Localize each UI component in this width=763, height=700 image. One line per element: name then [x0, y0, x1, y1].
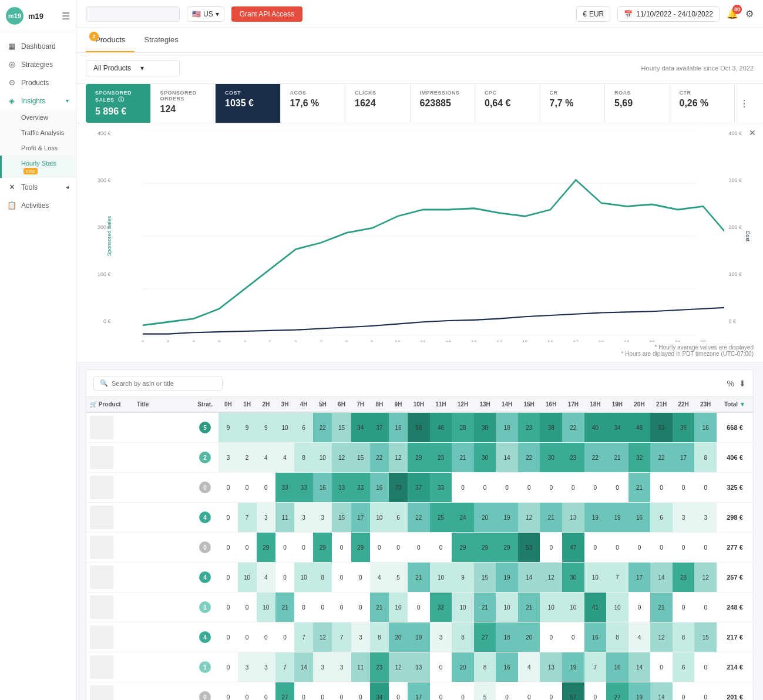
- hour-23-cell: 8: [694, 443, 717, 473]
- hour-2-cell: 4: [257, 563, 275, 593]
- hour-4-cell: 7: [294, 622, 313, 652]
- hour-13-cell: 29: [474, 533, 496, 563]
- hour-19-cell: 34: [606, 412, 628, 443]
- hour-10-cell: 13: [408, 652, 430, 682]
- svg-text:6: 6: [294, 340, 297, 342]
- title-cell: [133, 593, 191, 622]
- hour-5-cell: 8: [313, 563, 332, 593]
- product-cell: [86, 622, 133, 652]
- hour-19-cell: 16: [606, 652, 628, 682]
- hour-2-cell: 0: [257, 473, 275, 503]
- all-products-selector[interactable]: All Products ▾: [86, 60, 180, 76]
- hour-1-cell: 0: [238, 533, 257, 563]
- hour-8-cell: 0: [370, 533, 389, 563]
- region-selector[interactable]: 🇺🇸 US ▾: [187, 6, 224, 22]
- notifications-button[interactable]: 🔔 80: [727, 8, 738, 19]
- date-range-selector[interactable]: 📅 11/10/2022 - 24/10/2022: [617, 6, 720, 22]
- hour-12-cell: 21: [452, 443, 474, 473]
- topbar-right: € EUR 📅 11/10/2022 - 24/10/2022 🔔 80 ⚙: [576, 6, 754, 22]
- hour-0-cell: 0: [219, 503, 237, 533]
- metric-label: ACOS: [290, 90, 336, 96]
- subnav-traffic[interactable]: Traffic Analysis: [0, 125, 76, 140]
- hour-17-cell: 30: [562, 563, 584, 593]
- download-icon[interactable]: ⬇: [739, 379, 746, 388]
- search-input[interactable]: [86, 6, 180, 22]
- hour-2-cell: 3: [257, 652, 275, 682]
- grant-api-button[interactable]: Grant API Access: [231, 6, 302, 22]
- hour-19-cell: 0: [606, 533, 628, 563]
- hour-20-cell: 4: [628, 622, 651, 652]
- title-cell: [133, 473, 191, 503]
- hour-14-cell: 19: [496, 503, 518, 533]
- strat-cell: 4: [191, 563, 219, 593]
- hour-20-cell: 17: [628, 563, 651, 593]
- sidebar-item-activities[interactable]: 📋 Activities: [0, 196, 76, 214]
- sort-icon: ▼: [740, 401, 745, 408]
- product-cell: [86, 533, 133, 563]
- subnav-overview[interactable]: Overview: [0, 110, 76, 125]
- hour-23-cell: 0: [694, 593, 717, 622]
- hour-4-cell: 10: [294, 563, 313, 593]
- sidebar-item-tools[interactable]: ✕ Tools ◂: [0, 178, 76, 196]
- region-label: US: [203, 10, 213, 18]
- hour-10-cell: 58: [408, 412, 430, 443]
- percent-icon[interactable]: %: [727, 379, 734, 388]
- hour-12-cell: 28: [452, 412, 474, 443]
- hour-4-cell: 0: [294, 682, 313, 701]
- strategies-icon: ◎: [7, 60, 16, 69]
- hour-13-cell: 20: [474, 503, 496, 533]
- product-cell: [86, 412, 133, 443]
- hour-8-cell: 23: [370, 652, 389, 682]
- hour-6-cell: 0: [332, 563, 351, 593]
- metric-label: SPONSORED SALES ⓘ: [95, 90, 141, 104]
- hour-3-cell: 4: [275, 443, 294, 473]
- metric-label: SPONSORED ORDERS: [160, 90, 206, 102]
- hour-22-cell: 3: [673, 503, 695, 533]
- content-area: 2 Products Strategies All Products ▾ Hou…: [76, 28, 763, 700]
- sidebar-item-dashboard[interactable]: ▦ Dashboard: [0, 37, 76, 55]
- date-range-label: 11/10/2022 - 24/10/2022: [636, 10, 713, 18]
- dashboard-icon: ▦: [7, 42, 16, 51]
- settings-icon[interactable]: ⚙: [745, 8, 754, 19]
- table-search-box[interactable]: 🔍: [93, 376, 223, 391]
- sidebar-item-strategies[interactable]: ◎ Strategies: [0, 55, 76, 73]
- subnav-hourly-stats[interactable]: Hourly Stats beta: [0, 156, 76, 178]
- hour-1-cell: 9: [238, 412, 257, 443]
- sidebar-item-products[interactable]: ⊙ Products: [0, 73, 76, 92]
- hour-12-cell: 0: [452, 682, 474, 701]
- col-15h: 15H: [518, 397, 540, 412]
- hour-7-cell: 0: [351, 563, 370, 593]
- metric-ctr: CTR 0,26 %: [670, 84, 735, 123]
- hour-11-cell: 33: [430, 473, 452, 503]
- sub-nav-insights: Overview Traffic Analysis Profit & Loss …: [0, 110, 76, 178]
- col-1h: 1H: [238, 397, 257, 412]
- hour-10-cell: 37: [408, 473, 430, 503]
- currency-selector[interactable]: € EUR: [576, 6, 610, 22]
- hamburger-icon[interactable]: ☰: [62, 11, 70, 22]
- hour-3-cell: 0: [275, 563, 294, 593]
- metric-value: 623885: [420, 98, 466, 109]
- hour-18-cell: 19: [584, 503, 607, 533]
- tab-strategies[interactable]: Strategies: [135, 28, 188, 52]
- metrics-more-button[interactable]: ⋮: [735, 84, 754, 123]
- hour-18-cell: 0: [584, 473, 607, 503]
- hour-8-cell: 4: [370, 563, 389, 593]
- metric-value: 1035 €: [225, 98, 271, 109]
- metric-cost: COST 1035 €: [216, 84, 281, 123]
- metrics-bar: SPONSORED SALES ⓘ 5 896 € SPONSORED ORDE…: [76, 84, 763, 123]
- hour-3-cell: 33: [275, 473, 294, 503]
- hour-18-cell: 40: [584, 412, 607, 443]
- hour-8-cell: 34: [370, 682, 389, 701]
- hour-21-cell: 53: [650, 412, 673, 443]
- subnav-profit[interactable]: Profit & Loss: [0, 140, 76, 156]
- controls-row: All Products ▾ Hourly data available sin…: [76, 53, 763, 84]
- hour-3-cell: 10: [275, 412, 294, 443]
- y-axis-left-label: Sponsored Sales: [106, 216, 112, 257]
- currency-label: EUR: [589, 10, 604, 18]
- hour-20-cell: 19: [628, 682, 651, 701]
- hour-19-cell: 21: [606, 443, 628, 473]
- tab-products[interactable]: 2 Products: [86, 28, 135, 52]
- table-search-input[interactable]: [112, 380, 216, 387]
- sidebar-item-insights[interactable]: ◈ Insights ▾: [0, 92, 76, 110]
- hour-11-cell: 46: [430, 412, 452, 443]
